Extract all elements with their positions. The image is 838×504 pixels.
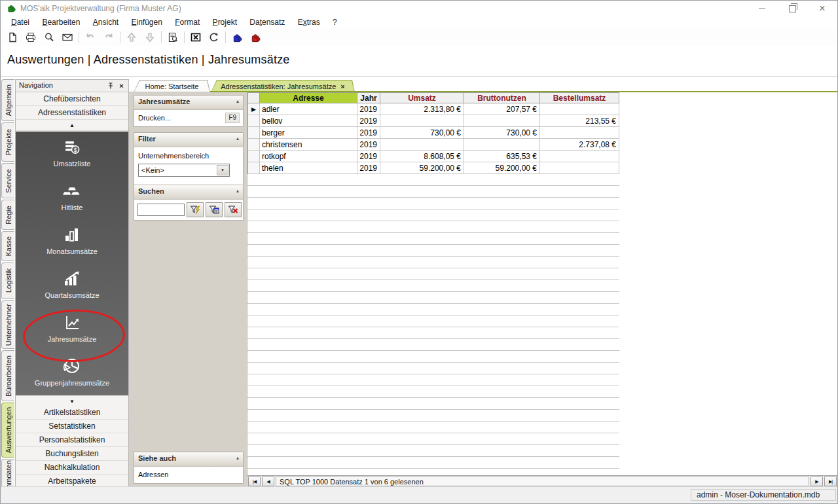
table-row[interactable]: berger 2019 730,00 € 730,00 € [247, 127, 619, 139]
new-document-button[interactable] [3, 29, 22, 45]
module-tab-bueroarbeiten[interactable]: Büroarbeiten [1, 350, 14, 401]
table-row[interactable]: rotkopf 2019 8.608,05 € 635,53 € [247, 151, 619, 162]
move-up-button[interactable] [122, 29, 141, 45]
module-tab-allgemein[interactable]: Allgemein [1, 79, 14, 121]
module-tab-unternehmer[interactable]: Unternehmer [1, 300, 14, 349]
module-tab-projekte[interactable]: Projekte [1, 122, 14, 162]
app-puzzle-icon [7, 3, 16, 13]
redo-icon [103, 31, 115, 43]
module-tab-regie[interactable]: Regie [1, 200, 14, 230]
redo-button[interactable] [100, 29, 118, 45]
excel-export-button[interactable] [187, 29, 205, 45]
menu-bearbeiten[interactable]: Bearbeiten [37, 16, 85, 28]
collapse-icon[interactable]: ▴ [236, 135, 239, 141]
quarterly-revenue-icon [61, 268, 83, 290]
refresh-button[interactable] [205, 29, 223, 45]
email-button[interactable] [58, 29, 77, 45]
refresh-icon [208, 31, 220, 43]
revenue-list-icon: $ [61, 136, 83, 158]
table-row[interactable]: thelen 2019 59.200,00 € 59.200,00 € [247, 162, 619, 174]
group-annual-revenue-icon [61, 355, 83, 378]
module-tab-service[interactable]: Service [1, 163, 14, 198]
menu-datei[interactable]: Datei [6, 16, 35, 28]
nav-item-setstatistiken[interactable]: Setstatistiken [16, 420, 128, 433]
nav-item-jahresumsaetze[interactable]: Jahresumsätze [16, 307, 128, 351]
nav-item-monatsumsaetze[interactable]: Monatsumsätze [16, 219, 128, 263]
table-row[interactable]: ▶ adler 2019 2.313,80 € 207,57 € [247, 103, 619, 115]
minimize-button[interactable] [747, 1, 777, 16]
report-preview-button[interactable] [164, 29, 182, 45]
nav-item-umsatzliste[interactable]: $ Umsatzliste [16, 132, 128, 175]
first-record-button[interactable]: |◀ [248, 477, 261, 486]
menu-format[interactable]: Format [170, 16, 205, 28]
nav-item-nachkalkulation[interactable]: Nachkalkulation [16, 461, 128, 475]
unternehmensbereich-dropdown[interactable]: <Kein> ▼ [138, 164, 230, 177]
menu-hilfe[interactable]: ? [327, 16, 342, 28]
shortcut-badge-f9[interactable]: F9 [225, 113, 240, 123]
navigation-panel: Navigation × Chefübersichten Adressensta… [15, 79, 129, 487]
status-bar: admin - Moser-Dokumentation.mdb [1, 486, 837, 503]
plugin-blue-button[interactable] [228, 29, 246, 45]
nav-scroll-up-button[interactable]: ▲ [16, 120, 128, 131]
nav-item-personalstatistiken[interactable]: Personalstatistiken [16, 433, 128, 447]
column-header-jahr[interactable]: Jahr [357, 92, 380, 103]
scroll-up-icon: ▲ [69, 122, 75, 128]
plugin-red-button[interactable] [246, 29, 264, 45]
close-button[interactable]: × [807, 1, 837, 16]
toolbar-separator [120, 31, 120, 43]
column-header-umsatz[interactable]: Umsatz [380, 92, 464, 103]
breadcrumb: Auswertungen | Adressenstatistiken | Jah… [7, 53, 290, 67]
move-up-icon [126, 31, 137, 43]
print-button[interactable] [22, 29, 40, 45]
menu-datensatz[interactable]: Datensatz [244, 16, 290, 28]
module-tab-auswertungen[interactable]: Auswertungen [1, 403, 14, 458]
tab-home-startseite[interactable]: Home: Startseite [134, 80, 210, 92]
search-input[interactable] [137, 204, 185, 216]
nav-item-buchungslisten[interactable]: Buchungslisten [16, 447, 128, 461]
pin-button[interactable] [105, 81, 115, 90]
adressen-link[interactable]: Adressen [138, 471, 168, 478]
filter-remove-button[interactable] [225, 202, 242, 217]
menu-extras[interactable]: Extras [293, 16, 325, 28]
column-header-adresse[interactable]: Adresse [260, 92, 357, 103]
print-preview-button[interactable] [40, 29, 58, 45]
next-record-button[interactable]: ▶ [811, 477, 823, 486]
undo-button[interactable] [81, 29, 100, 45]
nav-item-chefuebersichten[interactable]: Chefübersichten [16, 92, 128, 106]
nav-item-gruppenjahresumsaetze[interactable]: Gruppenjahresumsätze [16, 351, 128, 395]
collapse-icon[interactable]: ▴ [236, 188, 239, 194]
empty-grid-rows [247, 174, 619, 475]
app-window: MOS'aik Projektverwaltung (Firma Muster … [0, 0, 838, 504]
new-document-icon [7, 31, 18, 43]
menu-ansicht[interactable]: Ansicht [88, 16, 124, 28]
collapse-icon[interactable]: ▴ [236, 98, 239, 104]
row-selector-header [247, 92, 260, 103]
move-down-button[interactable] [141, 29, 159, 45]
menu-projekt[interactable]: Projekt [208, 16, 242, 28]
dropdown-arrow-icon[interactable]: ▼ [217, 165, 228, 175]
table-row[interactable]: bellov 2019 213,55 € [247, 115, 619, 127]
nav-item-artikelstatistiken[interactable]: Artikelstatistiken [16, 406, 128, 420]
tab-close-icon[interactable]: × [340, 82, 344, 90]
previous-record-button[interactable]: ◀ [262, 477, 274, 486]
nav-item-hitliste[interactable]: Hitliste [16, 175, 128, 219]
module-tab-logistik[interactable]: Logistik [1, 262, 14, 299]
panel-close-button[interactable]: × [117, 81, 126, 90]
collapse-icon[interactable]: ▴ [236, 455, 239, 461]
restore-button[interactable] [777, 1, 807, 16]
column-header-bestellumsatz[interactable]: Bestellumsatz [540, 92, 619, 103]
column-header-bruttonutzen[interactable]: Bruttonutzen [464, 92, 540, 103]
menu-einfuegen[interactable]: Einfügen [126, 16, 168, 28]
navigation-bottom-list: Artikelstatistiken Setstatistiken Person… [16, 406, 128, 486]
filter-form-button[interactable] [206, 202, 223, 217]
filter-apply-button[interactable] [187, 202, 204, 217]
table-row[interactable]: christensen 2019 2.737,08 € [247, 139, 619, 151]
drucken-action[interactable]: Drucken... [138, 114, 171, 122]
nav-item-adressenstatistiken[interactable]: Adressenstatistiken [16, 106, 128, 120]
panel-siehe-auch: Siehe auch▴ Adressen [134, 452, 244, 484]
module-tab-kasse[interactable]: Kasse [1, 231, 14, 261]
nav-item-quartalsumsaetze[interactable]: Quartalsumsätze [16, 263, 128, 307]
last-record-button[interactable]: ▶| [824, 477, 837, 486]
navigation-header: Navigation × [16, 80, 128, 92]
filter-apply-icon [190, 205, 200, 215]
